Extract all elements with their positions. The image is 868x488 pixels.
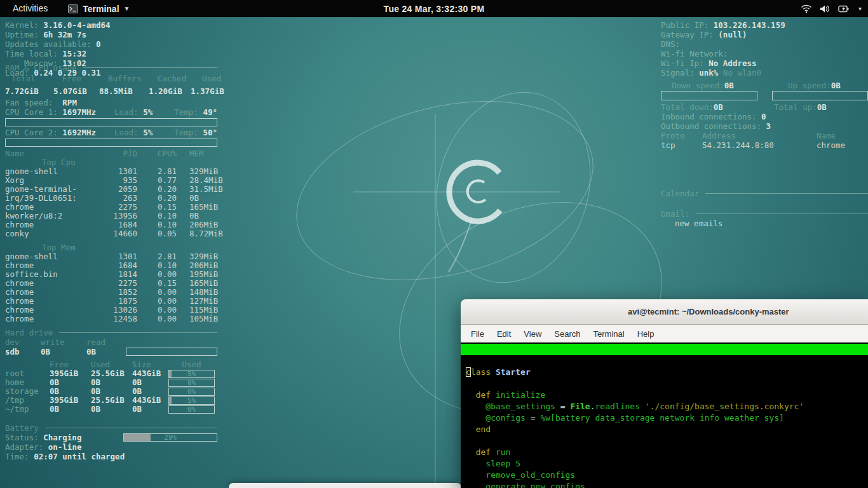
memory-values-row: 7.72GiB 5.07GiB 88.5MiB 1.20GiB 1.37GiB <box>5 86 217 96</box>
process-mem: 0B <box>177 194 217 203</box>
activities-button[interactable]: Activities <box>0 0 60 17</box>
fs-free: 0B <box>50 405 91 414</box>
top-cpu-row: gnome-shell 1301 2.81 329MiB <box>5 167 217 176</box>
app-menu-terminal[interactable]: Terminal ▼ <box>60 0 137 17</box>
divider <box>59 332 217 333</box>
fs-used: 0B <box>91 378 132 387</box>
process-table-header: Name PID CPU% MEM <box>5 149 217 158</box>
signal-value: unk% <box>699 68 718 78</box>
process-name: gnome-shell <box>5 167 100 176</box>
battery-title: Battery <box>5 423 39 433</box>
process-pid: 1852 <box>100 288 137 297</box>
outbound-line: Outbound connections: 3 <box>661 121 868 131</box>
terminal-icon <box>68 4 78 13</box>
terminal-titlebar[interactable]: avi@tecmint: ~/Downloads/conky-master <box>461 299 868 325</box>
top-mem-row: chrome 1684 0.10 206MiB <box>5 261 217 270</box>
cpu2-load-label: Load: <box>114 128 139 137</box>
memory-headers-row: Total Free Buffers Cached Used <box>5 74 217 83</box>
fs-header-used: Used <box>91 360 132 369</box>
menu-item[interactable]: Terminal <box>587 327 631 341</box>
cpu1-temp-value: 49° <box>203 107 217 117</box>
down-speed-value: 0B <box>724 81 734 90</box>
process-mem: 0B <box>177 212 217 220</box>
hdd-dev-header: dev <box>5 337 41 347</box>
gmail-header: Gmail: <box>661 209 868 219</box>
menu-item[interactable]: Edit <box>491 327 517 341</box>
adapter-label: Adapter: <box>5 442 43 452</box>
updates-value: 0 <box>96 39 101 49</box>
process-pid: 2275 <box>100 203 137 212</box>
connections-header: Proto Address Name <box>661 131 868 140</box>
top-cpu-table: gnome-shell 1301 2.81 329MiB Xorg 935 0.… <box>5 167 217 238</box>
total-down-label: Total down: <box>661 102 714 112</box>
menu-item[interactable]: File <box>465 327 491 341</box>
battery-bar: 29% <box>123 433 217 442</box>
cpu2-load-value: 5% <box>143 128 153 137</box>
menu-item[interactable]: Help <box>631 327 661 341</box>
top-mem-row: soffice.bin 1814 0.00 195MiB <box>5 270 217 279</box>
process-cpu: 0.77 <box>137 176 177 185</box>
wifi-ip-value: No Address <box>709 58 756 68</box>
dns-line: DNS: <box>661 39 868 49</box>
kernel-value: 3.16.0-4-amd64 <box>43 20 110 30</box>
process-mem: 165MiB <box>177 279 218 288</box>
time-local-label: Time local: <box>5 49 58 58</box>
process-name: chrome <box>5 203 100 212</box>
speed-graphs-row <box>661 91 868 100</box>
fs-name: ~/tmp <box>5 405 50 414</box>
mem-header-cached: Cached <box>149 74 191 83</box>
wifi-network-label: Wi-fi Network: <box>661 49 728 58</box>
mem-free-value: 5.07GiB <box>53 86 99 96</box>
conky-system-panel: Kernel: 3.16.0-4-amd64 Uptime: 6h 32m 7s… <box>5 20 217 461</box>
signal-label: Signal: <box>661 68 695 78</box>
menu-item[interactable]: View <box>517 327 548 341</box>
signal-extra: No wlan0 <box>723 68 761 78</box>
battery-time-label: Time: <box>5 452 29 461</box>
gmail-title: Gmail: <box>661 209 689 219</box>
cpu1-label: CPU Core 1: <box>5 107 58 117</box>
fs-usage-bar: 5% <box>168 396 215 405</box>
process-cpu: 0.00 <box>137 315 177 323</box>
terminal-menubar: File Edit View Search Terminal Help <box>461 325 868 342</box>
fs-header-size: Size <box>132 360 168 369</box>
updates-label: Updates available: <box>5 39 91 49</box>
conn-name-header: Name <box>817 131 868 140</box>
hdd-read-header: read <box>86 337 126 347</box>
fs-free: 395GiB <box>50 396 91 405</box>
clock-button[interactable]: Tue 24 Mar, 3:32:30 PM <box>384 4 485 14</box>
process-pid: 935 <box>100 176 137 185</box>
fs-free: 0B <box>50 387 91 396</box>
process-cpu: 2.81 <box>137 252 177 261</box>
menu-item[interactable]: Search <box>548 327 587 341</box>
conn-proto-header: Proto <box>661 131 702 140</box>
kernel-label: Kernel: <box>5 20 39 30</box>
terminal-window: avi@tecmint: ~/Downloads/conky-master Fi… <box>461 299 868 488</box>
process-mem: 329MiB <box>177 167 218 176</box>
fs-size: 0B <box>132 378 168 387</box>
fs-header-free: Free <box>50 360 91 369</box>
speed-labels-row: Down speed: 0B Up speed: 0B <box>661 81 868 90</box>
total-down-value: 0B <box>714 102 723 112</box>
volume-icon <box>820 4 831 13</box>
process-mem: 206MiB <box>177 220 218 229</box>
fs-name: storage <box>5 387 50 396</box>
nano-editor[interactable]: GNU nano 2.2.6 File: starter.rb class St… <box>461 342 868 488</box>
top-mem-row: gnome-shell 1301 2.81 329MiB <box>5 252 217 261</box>
cpu2-load-bar <box>5 139 217 147</box>
time-local-line: Time local: 15:32 <box>5 49 217 58</box>
ram-cpu-overlap-block: Moscow: 13:02 RAM & CPU usage Load: 0.24… <box>5 58 217 86</box>
system-status-area[interactable]: ▾ <box>801 0 862 17</box>
conn-name: chrome <box>817 140 868 150</box>
hdd-io-headers: dev write read <box>5 337 217 347</box>
fs-usage-bar: 0% <box>168 379 215 387</box>
fs-row-home: home 0B 0B 0B 0% <box>5 378 217 387</box>
process-mem: 31.5MiB <box>177 185 223 194</box>
top-cpu-row: chrome 1684 0.10 206MiB <box>5 220 217 229</box>
process-mem: 28.4MiB <box>177 176 223 185</box>
hdd-io-bar <box>126 348 217 356</box>
background-window-edge[interactable] <box>229 483 461 488</box>
outbound-value: 3 <box>766 121 771 131</box>
process-name: conky <box>5 229 100 238</box>
process-name: kworker/u8:2 <box>5 212 100 220</box>
inbound-value: 0 <box>761 112 766 121</box>
